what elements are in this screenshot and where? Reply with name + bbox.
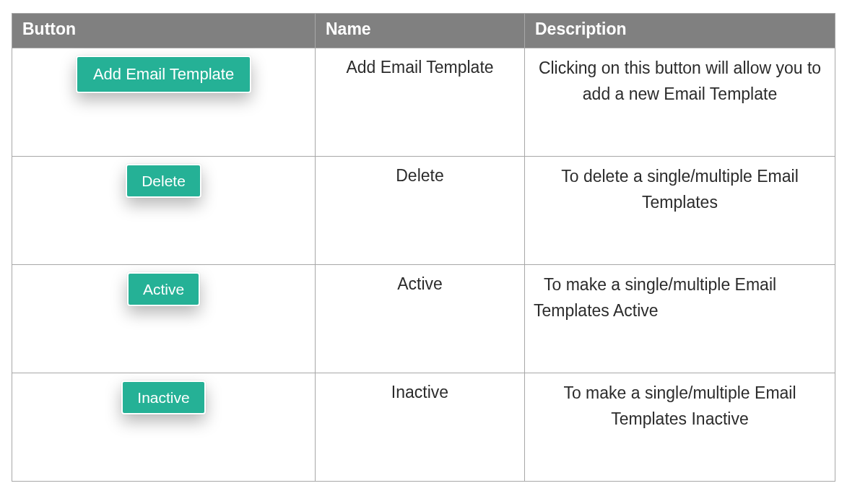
cell-desc: To make a single/multiple Email Template… [525, 265, 835, 373]
header-name: Name [316, 14, 525, 48]
cell-name: Inactive [316, 373, 525, 482]
cell-desc: To make a single/multiple Email Template… [525, 373, 835, 482]
table-row: Delete Delete To delete a single/multipl… [12, 157, 835, 265]
table-row: Active Active To make a single/multiple … [12, 265, 835, 373]
delete-button[interactable]: Delete [126, 164, 201, 198]
cell-button: Add Email Template [12, 48, 316, 157]
cell-button: Active [12, 265, 316, 373]
inactive-button[interactable]: Inactive [121, 381, 205, 414]
header-desc: Description [525, 14, 835, 48]
cell-name: Add Email Template [316, 48, 525, 157]
cell-name: Active [316, 265, 525, 373]
cell-name: Delete [316, 157, 525, 265]
cell-button: Inactive [12, 373, 316, 482]
cell-desc: Clicking on this button will allow you t… [525, 48, 835, 157]
add-email-template-button[interactable]: Add Email Template [76, 56, 251, 93]
table-row: Inactive Inactive To make a single/multi… [12, 373, 835, 482]
table-header-row: Button Name Description [12, 14, 835, 48]
cell-desc: To delete a single/multiple Email Templa… [525, 157, 835, 265]
active-button[interactable]: Active [127, 272, 200, 306]
table-row: Add Email Template Add Email Template Cl… [12, 48, 835, 157]
button-reference-table: Button Name Description Add Email Templa… [12, 13, 835, 482]
header-button: Button [12, 14, 316, 48]
cell-button: Delete [12, 157, 316, 265]
